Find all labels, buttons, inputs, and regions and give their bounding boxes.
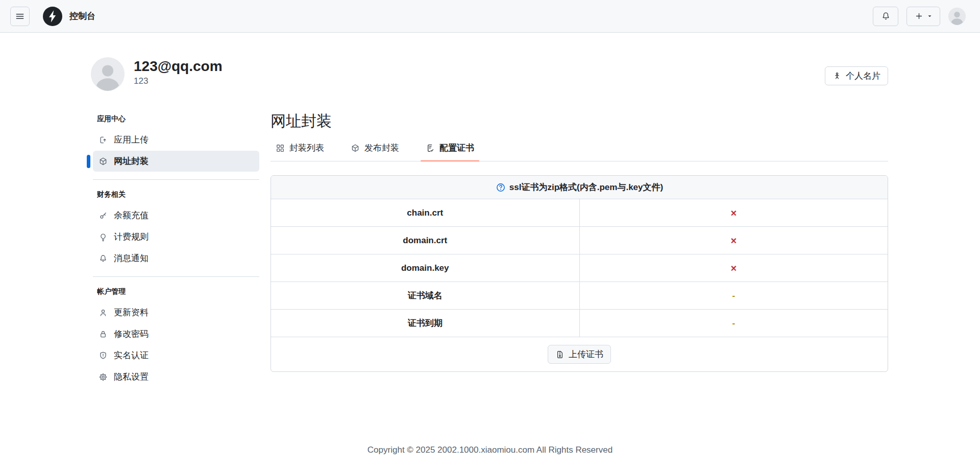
sidebar-section-finance: 财务相关 [87, 188, 271, 204]
cert-row-status: × [580, 227, 888, 254]
sidebar-item-balance-recharge[interactable]: 余额充值 [93, 205, 259, 226]
cert-row-label: 证书到期 [271, 310, 580, 337]
bell-icon [99, 254, 108, 263]
page-title: 网址封装 [271, 112, 888, 130]
user-avatar[interactable] [948, 8, 966, 25]
sidebar-item-billing-rules[interactable]: 计费规则 [93, 226, 259, 247]
package-icon [99, 157, 108, 166]
table-row: domain.crt × [271, 226, 888, 254]
menu-button[interactable] [10, 7, 30, 26]
tab-label: 发布封装 [364, 142, 399, 154]
sidebar-item-real-name-auth[interactable]: 实名认证 [93, 345, 259, 366]
cert-row-status: × [580, 199, 888, 226]
personal-card-label: 个人名片 [846, 70, 880, 82]
person-icon [99, 308, 108, 317]
profile-username: 123 [134, 76, 223, 86]
lightbulb-icon [99, 232, 108, 242]
tab-package-list[interactable]: 封装列表 [271, 142, 329, 161]
sidebar-item-notifications[interactable]: 消息通知 [93, 248, 259, 269]
sidebar-section-app-center: 应用中心 [87, 112, 271, 129]
sidebar-item-label: 实名认证 [114, 349, 149, 361]
table-row: 证书到期 - [271, 309, 888, 337]
help-icon[interactable] [496, 182, 506, 193]
grid-icon [276, 144, 285, 153]
sidebar-item-label: 修改密码 [114, 328, 149, 340]
profile-header: 123@qq.com 123 个人名片 [0, 33, 980, 91]
sidebar-item-label: 余额充值 [114, 209, 149, 221]
profile-avatar[interactable] [91, 57, 125, 91]
tab-bar: 封装列表 发布封装 配置证书 [271, 142, 888, 161]
table-row: 证书域名 - [271, 282, 888, 309]
personal-card-button[interactable]: 个人名片 [825, 66, 888, 85]
panel-footer: 上传证书 [271, 337, 888, 371]
sidebar-item-label: 网址封装 [114, 155, 149, 167]
person-figure-icon [832, 72, 842, 81]
sidebar: 应用中心 应用上传 网址封装 财务相关 余额充值 计费规则 [87, 112, 271, 388]
content: 应用中心 应用上传 网址封装 财务相关 余额充值 计费规则 [0, 112, 980, 388]
sidebar-item-change-password[interactable]: 修改密码 [93, 323, 259, 344]
profile-email: 123@qq.com [134, 58, 223, 75]
sidebar-item-label: 更新资料 [114, 307, 149, 318]
lightning-logo-icon[interactable] [43, 7, 62, 26]
sidebar-item-url-package[interactable]: 网址封装 [93, 151, 259, 172]
upload-certificate-label: 上传证书 [569, 348, 603, 360]
sidebar-item-label: 计费规则 [114, 231, 149, 243]
upload-icon [99, 135, 108, 145]
tab-configure-certificate[interactable]: 配置证书 [421, 142, 479, 161]
main-content: 网址封装 封装列表 发布封装 配置证书 [271, 112, 888, 388]
lock-icon [99, 330, 108, 339]
cert-row-status: × [580, 254, 888, 282]
key-icon [99, 211, 108, 220]
hamburger-icon [15, 11, 25, 21]
table-row: chain.crt × [271, 199, 888, 226]
cert-row-label: chain.crt [271, 199, 580, 226]
sidebar-item-label: 隐私设置 [114, 371, 149, 383]
sidebar-divider [93, 179, 259, 180]
profile-info: 123@qq.com 123 [134, 57, 223, 86]
notifications-button[interactable] [873, 7, 898, 26]
cert-row-status: - [580, 310, 888, 337]
cert-row-label: 证书域名 [271, 282, 580, 309]
tab-publish-package[interactable]: 发布封装 [346, 142, 404, 161]
sidebar-item-label: 消息通知 [114, 252, 149, 264]
plus-icon [915, 12, 923, 20]
shield-icon [99, 351, 108, 360]
sidebar-divider [93, 276, 259, 277]
app-title: 控制台 [69, 10, 95, 22]
bell-icon [881, 11, 891, 21]
chevron-down-icon [927, 13, 933, 19]
sidebar-item-label: 应用上传 [114, 134, 149, 146]
zip-file-icon [555, 350, 565, 359]
panel-notice-text: ssl证书为zip格式(内含.pem与.key文件) [509, 181, 663, 193]
file-check-icon [426, 144, 435, 153]
cert-row-status: - [580, 282, 888, 309]
app-header: 控制台 [0, 0, 980, 33]
header-actions [873, 7, 966, 26]
sidebar-item-app-upload[interactable]: 应用上传 [93, 129, 259, 150]
tab-label: 配置证书 [439, 142, 474, 154]
certificate-panel: ssl证书为zip格式(内含.pem与.key文件) chain.crt × d… [271, 175, 888, 372]
gear-icon [99, 372, 108, 382]
sidebar-section-account: 帐户管理 [87, 285, 271, 301]
create-new-button[interactable] [906, 7, 940, 26]
sidebar-item-update-profile[interactable]: 更新资料 [93, 302, 259, 323]
cert-row-label: domain.crt [271, 227, 580, 254]
upload-certificate-button[interactable]: 上传证书 [548, 345, 611, 364]
copyright-footer: Copyright © 2025 2002.1000.xiaomiou.com … [0, 445, 980, 455]
cert-row-label: domain.key [271, 254, 580, 282]
sidebar-item-privacy-settings[interactable]: 隐私设置 [93, 366, 259, 387]
panel-notice: ssl证书为zip格式(内含.pem与.key文件) [271, 176, 888, 199]
tab-label: 封装列表 [289, 142, 324, 154]
table-row: domain.key × [271, 254, 888, 282]
package-icon [351, 144, 360, 153]
